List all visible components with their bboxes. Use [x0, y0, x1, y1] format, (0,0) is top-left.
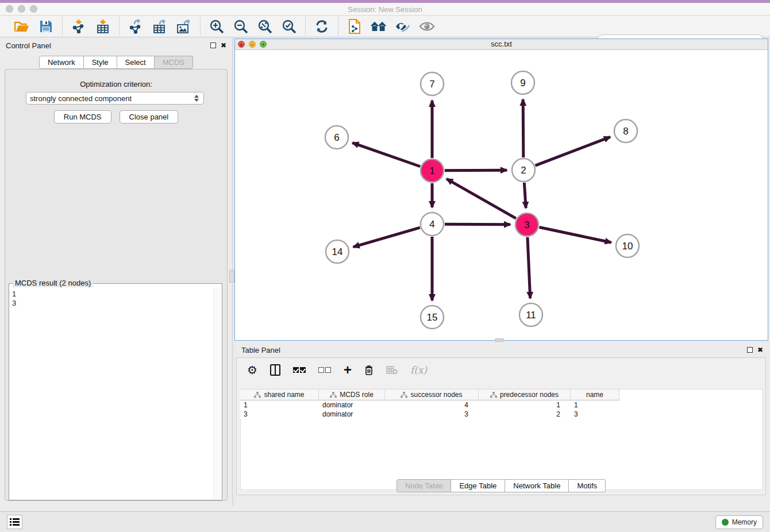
table-tab-motifs[interactable]: Motifs [569, 479, 606, 492]
table-tab-edge-table[interactable]: Edge Table [451, 479, 505, 492]
memory-label: Memory [732, 518, 757, 526]
export-network-icon[interactable] [128, 18, 144, 34]
column-header-shared-name[interactable]: shared name [240, 390, 319, 400]
svg-text:15: 15 [427, 312, 438, 323]
mcds-result-list[interactable]: 13 [10, 288, 213, 499]
delete-table-icon[interactable] [386, 363, 398, 377]
float-panel-icon[interactable] [210, 43, 216, 48]
table-cell[interactable]: dominator [319, 410, 385, 419]
control-panel-header: Control Panel ✖ [0, 37, 232, 53]
open-folder-icon[interactable] [14, 18, 30, 34]
network-window-titlebar[interactable]: x − + scc.txt [235, 39, 768, 50]
graph-node-2[interactable]: 2 [512, 159, 535, 182]
tab-select[interactable]: Select [117, 56, 155, 69]
column-header-MCDS-role[interactable]: MCDS role [319, 390, 385, 400]
table-cell[interactable]: 3 [571, 410, 619, 419]
new-network-icon[interactable] [346, 18, 363, 34]
zoom-fit-icon[interactable] [257, 18, 273, 34]
splitter-grip[interactable] [229, 270, 234, 283]
export-table-icon[interactable] [152, 18, 168, 34]
table-cell[interactable]: 3 [385, 410, 479, 419]
save-icon[interactable] [38, 18, 54, 34]
graph-edge-4-3[interactable] [445, 224, 510, 225]
table-cell[interactable]: 3 [240, 410, 319, 419]
result-scrollbar[interactable] [214, 288, 221, 499]
optimization-criterion-dropdown[interactable]: strongly connected component [26, 92, 204, 105]
table-header-row: shared nameMCDS rolesuccessor nodesprede… [240, 389, 619, 400]
graph-edge-3-11[interactable] [528, 237, 530, 298]
table-tab-node-table[interactable]: Node Table [396, 479, 452, 492]
graph-edge-2-3[interactable] [524, 183, 526, 208]
column-header-predecessor-nodes[interactable]: predecessor nodes [479, 390, 571, 400]
graph-node-8[interactable]: 8 [614, 119, 637, 142]
zoom-out-icon[interactable] [233, 18, 249, 34]
network-view-window: x − + scc.txt 1234678910111415 [234, 38, 768, 341]
graph-node-1[interactable]: 1 [421, 159, 444, 182]
svg-text:4: 4 [429, 219, 434, 230]
column-header-label: shared name [264, 391, 304, 399]
import-table-icon[interactable] [95, 18, 111, 34]
delete-icon[interactable] [364, 363, 374, 377]
graph-node-6[interactable]: 6 [325, 126, 348, 149]
column-header-name[interactable]: name [571, 390, 619, 400]
export-image-icon[interactable] [176, 18, 192, 34]
network-close-button[interactable]: x [238, 41, 245, 48]
gear-icon[interactable]: ⚙ [247, 363, 257, 377]
split-column-icon[interactable] [270, 363, 280, 377]
close-panel-icon[interactable]: ✖ [221, 43, 226, 48]
table-cell[interactable]: 1 [571, 400, 619, 410]
select-all-icon[interactable] [293, 363, 306, 377]
zoom-selected-icon[interactable] [281, 18, 297, 34]
table-row[interactable]: 3dominator323 [240, 410, 619, 419]
graph-edge-1-6[interactable] [352, 143, 420, 167]
mcds-result-item: 3 [12, 299, 211, 308]
graph-node-7[interactable]: 7 [421, 72, 444, 95]
dropdown-stepper-icon [194, 95, 200, 102]
close-panel-button[interactable]: Close panel [120, 110, 179, 124]
tab-mcds[interactable]: MCDS [155, 56, 193, 69]
graph-node-4[interactable]: 4 [421, 213, 444, 236]
table-cell[interactable]: dominator [319, 400, 385, 410]
graph-edge-2-9[interactable] [523, 99, 523, 157]
graph-edge-1-2[interactable] [445, 170, 507, 171]
close-table-panel-icon[interactable]: ✖ [757, 347, 763, 353]
network-minimize-button[interactable]: − [249, 41, 256, 48]
graph-node-9[interactable]: 9 [511, 71, 534, 94]
function-builder-icon[interactable]: f(x) [410, 363, 427, 377]
home-icon[interactable] [371, 18, 387, 34]
table-panel: Table Panel ✖ ⚙ + f(x) shared nameMCDS r… [234, 342, 770, 511]
graph-node-11[interactable]: 11 [519, 303, 542, 326]
import-network-icon[interactable] [71, 18, 87, 34]
table-cell[interactable]: 1 [240, 400, 319, 410]
refresh-icon[interactable] [314, 18, 330, 34]
zoom-in-icon[interactable] [209, 18, 225, 34]
task-history-button[interactable] [7, 515, 22, 529]
table-panel-title: Table Panel [241, 346, 280, 354]
memory-button[interactable]: Memory [715, 515, 763, 529]
network-graph[interactable]: 1234678910111415 [235, 50, 768, 340]
table-cell[interactable]: 1 [479, 400, 571, 410]
graph-node-3[interactable]: 3 [515, 213, 538, 236]
table-row[interactable]: 1dominator411 [240, 400, 619, 410]
graph-node-14[interactable]: 14 [326, 240, 349, 263]
graph-edge-4-14[interactable] [353, 228, 420, 247]
graph-edge-2-8[interactable] [536, 137, 610, 165]
tab-style[interactable]: Style [84, 56, 117, 69]
column-header-successor-nodes[interactable]: successor nodes [385, 390, 479, 400]
table-cell[interactable]: 4 [385, 400, 479, 410]
deselect-all-icon[interactable] [318, 363, 331, 377]
graph-node-15[interactable]: 15 [421, 306, 444, 329]
run-mcds-button[interactable]: Run MCDS [54, 110, 111, 124]
graph-node-10[interactable]: 10 [616, 234, 639, 257]
eye-icon[interactable] [419, 18, 435, 34]
graph-edge-3-10[interactable] [540, 228, 611, 242]
graph-edge-3-1[interactable] [446, 179, 516, 218]
table-tab-network-table[interactable]: Network Table [505, 479, 569, 492]
network-canvas[interactable]: 1234678910111415 [235, 50, 768, 340]
graphics-toggle-icon[interactable] [395, 18, 411, 34]
table-cell[interactable]: 2 [479, 410, 571, 419]
tab-network[interactable]: Network [39, 56, 84, 69]
add-column-icon[interactable]: + [344, 363, 352, 377]
network-maximize-button[interactable]: + [260, 41, 267, 48]
float-table-panel-icon[interactable] [747, 347, 753, 353]
